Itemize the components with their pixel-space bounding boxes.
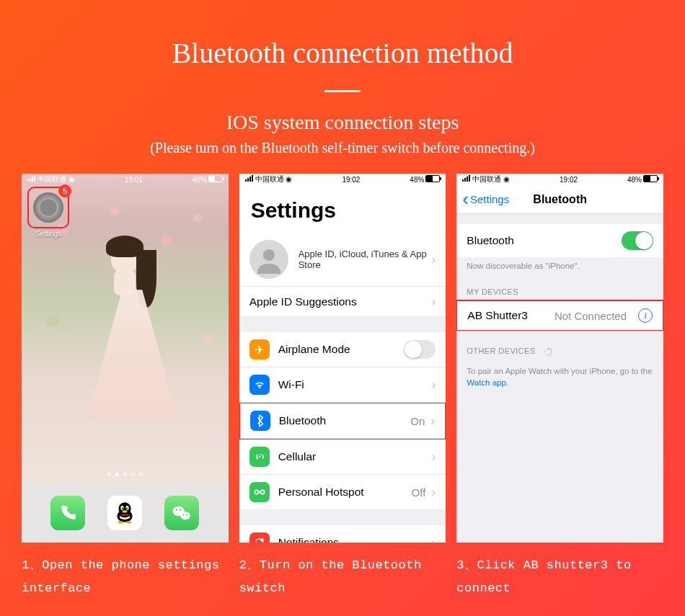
svg-rect-23 (549, 353, 552, 355)
svg-point-13 (183, 514, 185, 516)
status-bar: 中国联通 ◉ 19:02 48% (239, 174, 446, 185)
settings-app-label: Settings (27, 230, 69, 238)
battery: 48% (410, 175, 440, 184)
airplane-icon: ✈ (249, 339, 270, 360)
watch-app-link[interactable]: Watch app (467, 378, 506, 387)
svg-rect-20 (548, 347, 549, 349)
svg-rect-26 (544, 352, 546, 352)
wifi-icon (249, 375, 270, 395)
svg-point-11 (176, 509, 177, 511)
carrier: 中国联通 ◉ (27, 174, 75, 184)
svg-point-17 (260, 490, 264, 494)
battery: 48% (193, 175, 223, 184)
notification-badge: 5 (58, 184, 71, 197)
gear-icon (33, 192, 63, 223)
notifications-row[interactable]: Notifications › (239, 525, 446, 543)
other-devices-header: OTHER DEVICES (456, 331, 663, 361)
qq-app-icon[interactable] (107, 496, 142, 530)
settings-app[interactable]: 5 (27, 187, 69, 228)
chevron-right-icon: › (431, 450, 436, 465)
bluetooth-row[interactable]: Bluetooth On › (240, 403, 446, 439)
wifi-icon: ◉ (503, 175, 510, 183)
hotspot-icon (249, 482, 270, 502)
suggestions-label: Apple ID Suggestions (249, 295, 432, 308)
ab-shutter3-device-row[interactable]: AB Shutter3 Not Connected i (457, 301, 663, 330)
cellular-label: Cellular (278, 450, 432, 463)
chevron-right-icon: › (431, 535, 436, 543)
airplane-mode-row[interactable]: ✈ Airplane Mode (239, 332, 446, 367)
status-time: 19:02 (342, 176, 360, 184)
page-note: (Please turn on the Bluetooth self-timer… (0, 140, 685, 156)
svg-point-19 (260, 538, 264, 542)
phone-2: 中国联通 ◉ 19:02 48% Settings Apple ID, iClo… (239, 174, 446, 543)
status-time: 19:01 (125, 176, 143, 184)
back-button[interactable]: Settings (462, 188, 509, 210)
hotspot-row[interactable]: Personal Hotspot Off › (239, 475, 446, 509)
device-highlight: AB Shutter3 Not Connected i (456, 300, 663, 331)
svg-point-16 (255, 490, 258, 494)
phone-1: 中国联通 ◉ 19:01 48% 5 Settings (22, 174, 229, 543)
title-divider (324, 90, 361, 92)
wifi-row[interactable]: Wi-Fi › (239, 367, 446, 403)
bluetooth-icon (250, 411, 270, 431)
status-time: 19:02 (560, 176, 578, 184)
airplane-label: Airplane Mode (278, 343, 405, 356)
status-bar: 中国联通 ◉ 19:02 48% (456, 174, 663, 185)
hotspot-label: Personal Hotspot (278, 486, 412, 499)
svg-point-4 (122, 508, 123, 509)
carrier: 中国联通 ◉ (462, 174, 510, 184)
svg-point-6 (123, 510, 128, 512)
svg-rect-22 (551, 352, 553, 352)
svg-point-10 (180, 512, 190, 519)
svg-rect-25 (545, 353, 547, 355)
phones-row: 中国联通 ◉ 19:01 48% 5 Settings 中国联通 ◉ 19:02… (0, 156, 685, 543)
chevron-right-icon: › (431, 378, 436, 393)
screen-title: Bluetooth (533, 193, 587, 206)
cellular-row[interactable]: Cellular › (239, 439, 446, 475)
apple-id-row[interactable]: Apple ID, iCloud, iTunes & App Store › (239, 233, 446, 287)
bluetooth-label: Bluetooth (467, 234, 622, 247)
caption-2: 2、Turn on the Bluetooth switch (239, 554, 446, 601)
carrier: 中国联通 ◉ (245, 174, 293, 184)
device-name: AB Shutter3 (467, 309, 554, 322)
chevron-right-icon: › (431, 252, 436, 267)
svg-point-12 (180, 509, 181, 511)
chevron-right-icon: › (431, 485, 436, 500)
status-bar: 中国联通 ◉ 19:01 48% (22, 174, 229, 185)
my-devices-header: MY DEVICES (456, 272, 663, 300)
spinner-icon (544, 347, 553, 357)
airplane-toggle[interactable] (404, 340, 436, 359)
bluetooth-label: Bluetooth (279, 414, 411, 427)
cellular-icon (249, 447, 270, 467)
notifications-icon (249, 532, 270, 543)
wifi-icon: ◉ (286, 175, 292, 183)
page-title: Bluetooth connection method (0, 0, 685, 70)
wifi-label: Wi-Fi (278, 378, 432, 391)
svg-rect-24 (548, 354, 549, 356)
chevron-right-icon: › (431, 294, 436, 309)
apple-id-label: Apple ID, iCloud, iTunes & App Store (299, 249, 432, 270)
svg-rect-21 (549, 348, 552, 350)
wechat-app-icon[interactable] (164, 496, 199, 530)
svg-point-5 (126, 508, 128, 509)
device-status: Not Connected (554, 310, 627, 322)
bluetooth-toggle[interactable] (622, 231, 653, 250)
apple-id-suggestions-row[interactable]: Apple ID Suggestions › (239, 287, 446, 316)
phone-app-icon[interactable] (50, 496, 85, 530)
dock (22, 483, 229, 543)
svg-rect-27 (545, 348, 547, 350)
svg-point-8 (126, 521, 131, 524)
hotspot-value: Off (412, 486, 426, 499)
notifications-label: Notifications (278, 536, 432, 543)
info-icon[interactable]: i (638, 308, 653, 323)
discoverable-note: Now discoverable as "iPhone". (456, 257, 663, 272)
bluetooth-value: On (410, 415, 425, 427)
caption-3: 3、Click AB shutter3 to connect (456, 554, 663, 601)
settings-title: Settings (239, 185, 446, 233)
wifi-icon: ◉ (68, 175, 75, 183)
avatar-icon (249, 240, 288, 279)
wallpaper-figure (81, 240, 168, 427)
battery: 48% (627, 175, 658, 184)
bluetooth-toggle-row[interactable]: Bluetooth (456, 224, 663, 257)
pair-note: To pair an Apple Watch with your iPhone,… (456, 361, 663, 390)
